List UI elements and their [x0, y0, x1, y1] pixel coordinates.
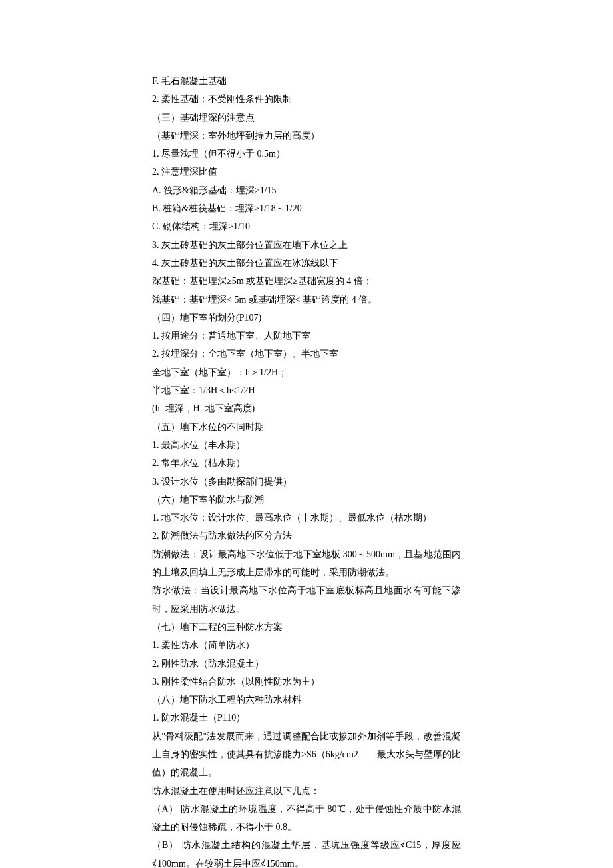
- text-line: 从"骨料级配"法发展而来，通过调整配合比或掺加外加剂等手段，改善混凝土自身的密实…: [152, 727, 461, 782]
- text-line: 1. 柔性防水（简单防水）: [152, 636, 461, 654]
- text-line: （五）地下水位的不同时期: [152, 418, 461, 436]
- text-line: 防潮做法：设计最高地下水位低于地下室地板 300～500mm，且基地范围内的土壤…: [152, 545, 461, 582]
- text-line: 深基础：基础埋深≥5m 或基础埋深≥基础宽度的 4 倍；: [152, 272, 461, 290]
- text-line: 2. 柔性基础：不受刚性条件的限制: [152, 90, 461, 108]
- text-line: 2. 刚性防水（防水混凝土）: [152, 655, 461, 673]
- text-line: 2. 常年水位（枯水期）: [152, 454, 461, 472]
- text-line: 2. 注意埋深比值: [152, 163, 461, 181]
- text-line: 防水做法：当设计最高地下水位高于地下室底板标高且地面水有可能下渗时，应采用防水做…: [152, 581, 461, 618]
- text-line: （B） 防水混凝土结构的混凝土垫层，基坑压强度等级应≮C15，厚度应≮100mm…: [152, 836, 461, 868]
- text-line: 1. 地下水位：设计水位、最高水位（丰水期）、最低水位（枯水期）: [152, 509, 461, 527]
- text-line: 浅基础：基础埋深< 5m 或基础埋深< 基础跨度的 4 倍。: [152, 291, 461, 309]
- text-line: 1. 最高水位（丰水期）: [152, 436, 461, 454]
- text-line: （七）地下工程的三种防水方案: [152, 618, 461, 636]
- text-line: 4. 灰土砖基础的灰土部分位置应在冰冻线以下: [152, 254, 461, 272]
- text-line: B. 桩箱&桩筏基础：埋深≥1/18～1/20: [152, 199, 461, 217]
- document-page: F. 毛石混凝土基础2. 柔性基础：不受刚性条件的限制（三）基础埋深的注意点（基…: [0, 0, 613, 868]
- text-line: A. 筏形&箱形基础：埋深≥1/15: [152, 181, 461, 199]
- text-line: (h=埋深，H=地下室高度): [152, 399, 461, 417]
- text-line: （四）地下室的划分(P107): [152, 309, 461, 327]
- text-line: 1. 尽量浅埋（但不得小于 0.5m）: [152, 145, 461, 163]
- text-line: 2. 按埋深分：全地下室（地下室）、半地下室: [152, 345, 461, 363]
- text-line: 1. 按用途分：普通地下室、人防地下室: [152, 327, 461, 345]
- text-line: 2. 防潮做法与防水做法的区分方法: [152, 527, 461, 545]
- text-line: 3. 灰土砖基础的灰土部分位置应在地下水位之上: [152, 236, 461, 254]
- document-body: F. 毛石混凝土基础2. 柔性基础：不受刚性条件的限制（三）基础埋深的注意点（基…: [152, 72, 461, 868]
- text-line: C. 砌体结构：埋深≥1/10: [152, 217, 461, 235]
- text-line: 3. 设计水位（多由勘探部门提供）: [152, 473, 461, 491]
- text-line: F. 毛石混凝土基础: [152, 72, 461, 90]
- text-line: 1. 防水混凝土（P110）: [152, 709, 461, 727]
- text-line: （三）基础埋深的注意点: [152, 109, 461, 127]
- text-line: 3. 刚性柔性结合防水（以刚性防水为主）: [152, 673, 461, 691]
- text-line: （八）地下防水工程的六种防水材料: [152, 691, 461, 709]
- text-line: 全地下室（地下室）：h＞1/2H；: [152, 363, 461, 381]
- text-line: 防水混凝土在使用时还应注意以下几点：: [152, 782, 461, 800]
- text-line: （基础埋深：室外地坪到持力层的高度）: [152, 127, 461, 145]
- text-line: 半地下室：1/3H＜h≤1/2H: [152, 381, 461, 399]
- text-line: （六）地下室的防水与防潮: [152, 491, 461, 509]
- text-line: （A） 防水混凝土的环境温度，不得高于 80℃，处于侵蚀性介质中防水混凝土的耐侵…: [152, 800, 461, 837]
